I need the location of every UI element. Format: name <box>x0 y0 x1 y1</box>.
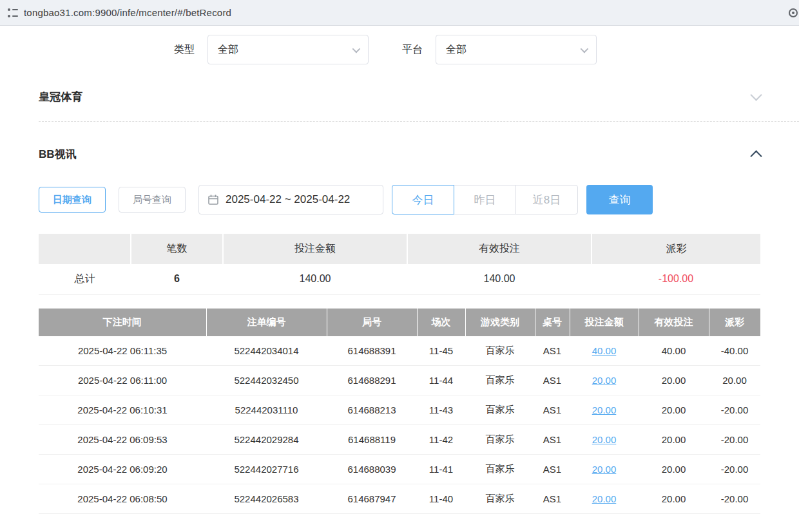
chevron-down-icon <box>352 44 361 53</box>
tab-search-icon[interactable] <box>8 8 18 17</box>
bet-amount-value[interactable]: 20.00 <box>592 404 617 415</box>
summary-header-payout: 派彩 <box>592 234 760 264</box>
header-table-no: 桌号 <box>535 309 570 336</box>
bet-amount-value[interactable]: 20.00 <box>592 493 617 504</box>
browser-extension-icon[interactable] <box>789 8 798 17</box>
round-id: 614688039 <box>327 455 417 484</box>
type-select[interactable]: 全部 <box>207 35 369 64</box>
game-type: 百家乐 <box>465 366 535 395</box>
platform-filter-label: 平台 <box>402 43 423 57</box>
session: 11-41 <box>417 455 465 484</box>
bet-amount-link[interactable]: 20.00 <box>570 455 639 484</box>
round-query-button[interactable]: 局号查询 <box>119 187 186 213</box>
query-toolbar: 日期查询 局号查询 2025-04-22 ~ 2025-04-22 今日 昨日 … <box>39 185 760 214</box>
valid-bet: 20.00 <box>639 425 709 455</box>
type-filter-label: 类型 <box>174 43 195 57</box>
header-game-type: 游戏类别 <box>465 309 535 336</box>
bet-time: 2025-04-22 06:09:20 <box>39 455 206 484</box>
session: 11-44 <box>417 366 465 395</box>
bet-amount-value[interactable]: 20.00 <box>592 434 617 445</box>
round-id: 614688213 <box>327 395 417 425</box>
valid-bet: 20.00 <box>639 366 709 395</box>
type-select-value: 全部 <box>218 43 238 57</box>
table-no: AS1 <box>535 425 570 455</box>
table-row: 2025-04-22 06:10:31522442031110614688213… <box>39 395 760 425</box>
summary-header-valid-bet: 有效投注 <box>407 234 592 264</box>
summary-table: 笔数 投注金额 有效投注 派彩 总计 6 140.00 140.00 -100.… <box>39 234 760 295</box>
bet-amount-link[interactable]: 20.00 <box>570 425 639 455</box>
round-id: 614688391 <box>327 336 417 366</box>
summary-total-row: 总计 6 140.00 140.00 -100.00 <box>39 264 760 294</box>
date-query-button[interactable]: 日期查询 <box>39 187 106 213</box>
payout: -20.00 <box>709 484 760 514</box>
bet-amount-link[interactable]: 20.00 <box>570 395 639 425</box>
last-8-days-button[interactable]: 近8日 <box>515 185 578 214</box>
bet-amount-link[interactable]: 20.00 <box>570 484 639 514</box>
table-no: AS1 <box>535 395 570 425</box>
game-type: 百家乐 <box>465 484 535 514</box>
session: 11-45 <box>417 336 465 366</box>
session: 11-40 <box>417 484 465 514</box>
bet-amount-value[interactable]: 40.00 <box>592 345 617 356</box>
summary-count: 6 <box>131 264 223 294</box>
payout: -20.00 <box>709 395 760 425</box>
bet-time: 2025-04-22 06:10:31 <box>39 395 206 425</box>
bet-id: 522442029284 <box>206 425 327 455</box>
header-session: 场次 <box>417 309 465 336</box>
table-no: AS1 <box>535 336 570 366</box>
payout: -20.00 <box>709 425 760 455</box>
valid-bet: 20.00 <box>639 484 709 514</box>
date-range-input[interactable]: 2025-04-22 ~ 2025-04-22 <box>198 185 383 214</box>
bet-id: 522442034014 <box>206 336 327 366</box>
bet-amount-value[interactable]: 20.00 <box>592 375 617 386</box>
section-title-bb: BB视讯 <box>39 147 77 162</box>
payout: -20.00 <box>709 455 760 484</box>
header-bet-time: 下注时间 <box>39 309 206 336</box>
bet-id: 522442032450 <box>206 366 327 395</box>
section-bb-video[interactable]: BB视讯 <box>39 137 760 171</box>
session: 11-43 <box>417 395 465 425</box>
bet-table-header-row: 下注时间 注单编号 局号 场次 游戏类别 桌号 投注金额 有效投注 派彩 <box>39 309 760 336</box>
round-id: 614688119 <box>327 425 417 455</box>
header-payout: 派彩 <box>709 309 760 336</box>
yesterday-button[interactable]: 昨日 <box>454 185 516 214</box>
table-row: 2025-04-22 06:09:20522442027716614688039… <box>39 455 760 484</box>
browser-address-bar: tongbao31.com:9900/infe/mcenter/#/betRec… <box>0 0 799 26</box>
url-text[interactable]: tongbao31.com:9900/infe/mcenter/#/betRec… <box>24 7 231 18</box>
summary-payout: -100.00 <box>592 264 760 294</box>
section-title-crown: 皇冠体育 <box>39 90 82 104</box>
bet-amount-value[interactable]: 20.00 <box>592 464 617 475</box>
valid-bet: 20.00 <box>639 395 709 425</box>
bet-id: 522442026583 <box>206 484 327 514</box>
bet-time: 2025-04-22 06:11:35 <box>39 336 206 366</box>
section-crown-sports[interactable]: 皇冠体育 <box>39 80 760 113</box>
bet-id: 522442027716 <box>206 455 327 484</box>
game-type: 百家乐 <box>465 336 535 366</box>
summary-valid-bet: 140.00 <box>407 264 592 294</box>
today-button[interactable]: 今日 <box>392 185 454 214</box>
header-valid-bet: 有效投注 <box>639 309 709 336</box>
bet-amount-link[interactable]: 20.00 <box>570 366 639 395</box>
bet-table-body: 2025-04-22 06:11:35522442034014614688391… <box>39 336 760 514</box>
game-type: 百家乐 <box>465 425 535 455</box>
platform-select-value: 全部 <box>446 43 467 57</box>
session: 11-42 <box>417 425 465 455</box>
chevron-down-icon[interactable] <box>750 89 762 100</box>
payout: -40.00 <box>709 336 760 366</box>
bet-amount-link[interactable]: 40.00 <box>570 336 639 366</box>
platform-select[interactable]: 全部 <box>436 35 597 64</box>
chevron-down-icon <box>581 44 589 53</box>
bet-time: 2025-04-22 06:09:53 <box>39 425 206 455</box>
table-no: AS1 <box>535 484 570 514</box>
table-row: 2025-04-22 06:08:50522442026583614687947… <box>39 484 760 514</box>
valid-bet: 20.00 <box>639 455 709 484</box>
summary-bet-amount: 140.00 <box>223 264 407 294</box>
payout: 20.00 <box>709 366 760 395</box>
search-button[interactable]: 查询 <box>586 185 653 214</box>
date-range-value: 2025-04-22 ~ 2025-04-22 <box>226 193 350 206</box>
header-bet-id: 注单编号 <box>206 309 327 336</box>
summary-total-label: 总计 <box>39 264 131 294</box>
summary-header-bet-amount: 投注金额 <box>223 234 407 264</box>
summary-header-blank <box>39 234 131 264</box>
chevron-up-icon[interactable] <box>750 150 762 162</box>
